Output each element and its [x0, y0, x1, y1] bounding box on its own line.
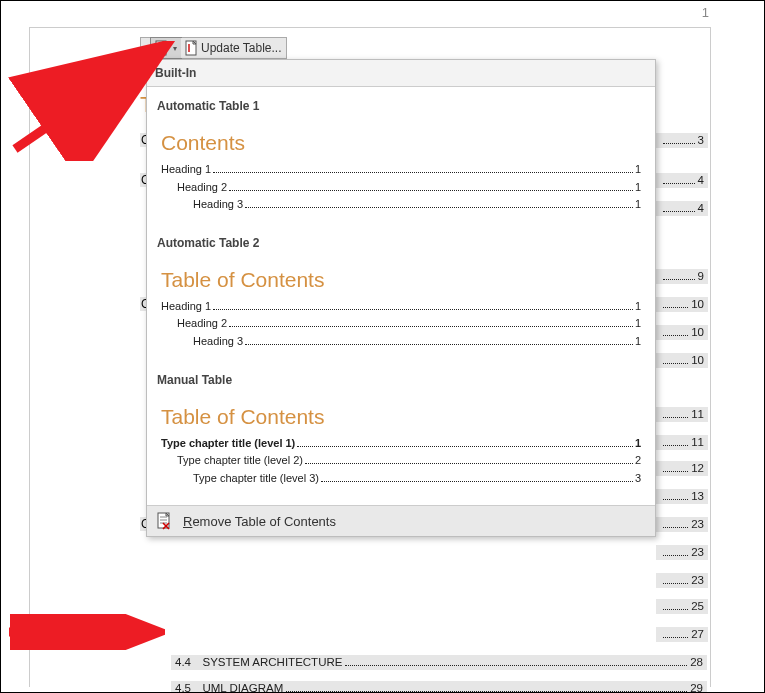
preview-toc-line: Type chapter title (level 2)2 — [161, 452, 641, 470]
remove-toc-menu-item[interactable]: Remove Table of Contents — [147, 505, 655, 536]
preview-toc-line: Heading 11 — [161, 161, 641, 179]
preview-title: Table of Contents — [161, 405, 641, 429]
bg-toc-row: 10 — [656, 353, 708, 368]
preview-toc-line: Heading 21 — [161, 315, 641, 333]
page-update-icon — [185, 40, 199, 56]
page-icon — [155, 40, 169, 56]
remove-toc-label: Remove Table of Contents — [183, 514, 336, 529]
gallery-style-label: Manual Table — [155, 365, 647, 391]
bg-toc-row: 9 — [656, 269, 708, 284]
bg-toc-row: 3 — [656, 133, 708, 148]
preview-title: Table of Contents — [161, 268, 641, 292]
bg-toc-row: 11 — [656, 435, 708, 450]
bg-toc-row: 11 — [656, 407, 708, 422]
page-number: 1 — [702, 5, 709, 20]
preview-toc-line: Type chapter title (level 3)3 — [161, 470, 641, 488]
update-table-button[interactable]: Update Table... — [181, 38, 286, 58]
preview-toc-line: Type chapter title (level 1)1 — [161, 435, 641, 453]
toc-field-ribbon: ▾ Update Table... — [140, 37, 287, 59]
bg-toc-row: 10 — [656, 325, 708, 340]
bg-toc-row: 13 — [656, 489, 708, 504]
toc-dropdown-button[interactable]: ▾ — [150, 37, 182, 59]
remove-page-icon — [157, 512, 173, 530]
preview-toc-line: Heading 11 — [161, 298, 641, 316]
gallery-style-preview[interactable]: Table of ContentsHeading 11Heading 21Hea… — [155, 254, 647, 365]
preview-toc-line: Heading 31 — [161, 196, 641, 214]
preview-toc-line: Heading 31 — [161, 333, 641, 351]
bg-toc-row: 25 — [656, 599, 708, 614]
bg-toc-row: 12 — [656, 461, 708, 476]
gallery-style-preview[interactable]: ContentsHeading 11Heading 21Heading 31 — [155, 117, 647, 228]
preview-toc-line: Heading 21 — [161, 179, 641, 197]
bg-toc-row: 4 — [656, 201, 708, 216]
bg-toc-row: 4.5 UML DIAGRAM 29 — [171, 681, 707, 693]
bg-toc-row: 27 — [656, 627, 708, 642]
chevron-down-icon: ▾ — [171, 44, 177, 53]
gallery-header: Built-In — [147, 60, 655, 87]
update-table-label: Update Table... — [201, 41, 282, 55]
toc-gallery-dropdown: Built-In Automatic Table 1ContentsHeadin… — [146, 59, 656, 537]
bg-toc-row: 23 — [656, 545, 708, 560]
gallery-body: Automatic Table 1ContentsHeading 11Headi… — [147, 87, 655, 505]
bg-toc-row: 10 — [656, 297, 708, 312]
preview-title: Contents — [161, 131, 641, 155]
bg-toc-row: 23 — [656, 573, 708, 588]
gallery-style-label: Automatic Table 2 — [155, 228, 647, 254]
bg-toc-row: 4.4 SYSTEM ARCHITECTURE 28 — [171, 655, 707, 670]
bg-toc-row: 4 — [656, 173, 708, 188]
bg-toc-row: 23 — [656, 517, 708, 532]
gallery-style-preview[interactable]: Table of ContentsType chapter title (lev… — [155, 391, 647, 502]
gallery-style-label: Automatic Table 1 — [155, 91, 647, 117]
